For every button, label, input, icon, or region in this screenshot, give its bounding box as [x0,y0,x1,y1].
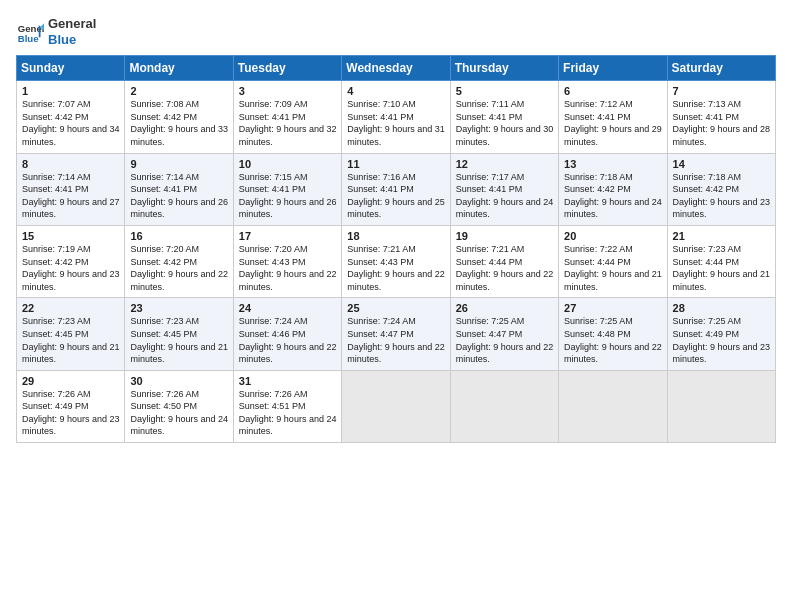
day-number: 20 [564,230,662,242]
day-info: Sunrise: 7:13 AMSunset: 4:41 PMDaylight:… [673,98,771,148]
day-number: 25 [347,302,445,314]
calendar-cell: 19Sunrise: 7:21 AMSunset: 4:44 PMDayligh… [450,225,558,297]
day-number: 29 [22,375,120,387]
day-info: Sunrise: 7:11 AMSunset: 4:41 PMDaylight:… [456,98,554,148]
day-number: 3 [239,85,337,97]
calendar-cell: 3Sunrise: 7:09 AMSunset: 4:41 PMDaylight… [233,81,341,153]
day-number: 22 [22,302,120,314]
calendar-cell: 24Sunrise: 7:24 AMSunset: 4:46 PMDayligh… [233,298,341,370]
day-info: Sunrise: 7:21 AMSunset: 4:44 PMDaylight:… [456,243,554,293]
day-number: 14 [673,158,771,170]
day-info: Sunrise: 7:16 AMSunset: 4:41 PMDaylight:… [347,171,445,221]
day-info: Sunrise: 7:23 AMSunset: 4:45 PMDaylight:… [130,315,228,365]
calendar-cell: 29Sunrise: 7:26 AMSunset: 4:49 PMDayligh… [17,370,125,442]
calendar-cell: 14Sunrise: 7:18 AMSunset: 4:42 PMDayligh… [667,153,775,225]
day-info: Sunrise: 7:09 AMSunset: 4:41 PMDaylight:… [239,98,337,148]
day-info: Sunrise: 7:24 AMSunset: 4:47 PMDaylight:… [347,315,445,365]
calendar-cell: 21Sunrise: 7:23 AMSunset: 4:44 PMDayligh… [667,225,775,297]
day-number: 13 [564,158,662,170]
day-number: 4 [347,85,445,97]
calendar-cell: 12Sunrise: 7:17 AMSunset: 4:41 PMDayligh… [450,153,558,225]
calendar-week-row: 15Sunrise: 7:19 AMSunset: 4:42 PMDayligh… [17,225,776,297]
day-info: Sunrise: 7:20 AMSunset: 4:43 PMDaylight:… [239,243,337,293]
day-info: Sunrise: 7:10 AMSunset: 4:41 PMDaylight:… [347,98,445,148]
day-number: 16 [130,230,228,242]
header: General Blue GeneralBlue [16,16,776,47]
day-number: 28 [673,302,771,314]
day-number: 1 [22,85,120,97]
col-header-saturday: Saturday [667,56,775,81]
day-number: 11 [347,158,445,170]
col-header-wednesday: Wednesday [342,56,450,81]
day-number: 23 [130,302,228,314]
day-info: Sunrise: 7:21 AMSunset: 4:43 PMDaylight:… [347,243,445,293]
day-number: 7 [673,85,771,97]
calendar-cell [559,370,667,442]
calendar-week-row: 29Sunrise: 7:26 AMSunset: 4:49 PMDayligh… [17,370,776,442]
day-number: 26 [456,302,554,314]
day-info: Sunrise: 7:22 AMSunset: 4:44 PMDaylight:… [564,243,662,293]
col-header-tuesday: Tuesday [233,56,341,81]
day-number: 24 [239,302,337,314]
calendar-header-row: SundayMondayTuesdayWednesdayThursdayFrid… [17,56,776,81]
calendar-cell [342,370,450,442]
calendar-cell: 16Sunrise: 7:20 AMSunset: 4:42 PMDayligh… [125,225,233,297]
calendar-cell: 26Sunrise: 7:25 AMSunset: 4:47 PMDayligh… [450,298,558,370]
calendar-week-row: 8Sunrise: 7:14 AMSunset: 4:41 PMDaylight… [17,153,776,225]
calendar-cell: 25Sunrise: 7:24 AMSunset: 4:47 PMDayligh… [342,298,450,370]
day-info: Sunrise: 7:08 AMSunset: 4:42 PMDaylight:… [130,98,228,148]
day-info: Sunrise: 7:25 AMSunset: 4:47 PMDaylight:… [456,315,554,365]
day-number: 17 [239,230,337,242]
day-number: 19 [456,230,554,242]
day-info: Sunrise: 7:19 AMSunset: 4:42 PMDaylight:… [22,243,120,293]
day-info: Sunrise: 7:25 AMSunset: 4:49 PMDaylight:… [673,315,771,365]
day-number: 27 [564,302,662,314]
day-info: Sunrise: 7:23 AMSunset: 4:44 PMDaylight:… [673,243,771,293]
calendar-cell: 1Sunrise: 7:07 AMSunset: 4:42 PMDaylight… [17,81,125,153]
day-info: Sunrise: 7:14 AMSunset: 4:41 PMDaylight:… [22,171,120,221]
calendar-cell: 6Sunrise: 7:12 AMSunset: 4:41 PMDaylight… [559,81,667,153]
logo-icon: General Blue [16,18,44,46]
col-header-friday: Friday [559,56,667,81]
calendar-cell: 4Sunrise: 7:10 AMSunset: 4:41 PMDaylight… [342,81,450,153]
calendar-week-row: 22Sunrise: 7:23 AMSunset: 4:45 PMDayligh… [17,298,776,370]
calendar-cell: 9Sunrise: 7:14 AMSunset: 4:41 PMDaylight… [125,153,233,225]
calendar-cell: 20Sunrise: 7:22 AMSunset: 4:44 PMDayligh… [559,225,667,297]
calendar-cell: 10Sunrise: 7:15 AMSunset: 4:41 PMDayligh… [233,153,341,225]
day-info: Sunrise: 7:26 AMSunset: 4:49 PMDaylight:… [22,388,120,438]
calendar-body: 1Sunrise: 7:07 AMSunset: 4:42 PMDaylight… [17,81,776,443]
day-number: 9 [130,158,228,170]
calendar-cell: 30Sunrise: 7:26 AMSunset: 4:50 PMDayligh… [125,370,233,442]
calendar-cell: 28Sunrise: 7:25 AMSunset: 4:49 PMDayligh… [667,298,775,370]
day-number: 18 [347,230,445,242]
calendar-cell: 7Sunrise: 7:13 AMSunset: 4:41 PMDaylight… [667,81,775,153]
calendar-cell: 22Sunrise: 7:23 AMSunset: 4:45 PMDayligh… [17,298,125,370]
day-number: 5 [456,85,554,97]
day-info: Sunrise: 7:18 AMSunset: 4:42 PMDaylight:… [564,171,662,221]
logo-text: GeneralBlue [48,16,96,47]
day-info: Sunrise: 7:17 AMSunset: 4:41 PMDaylight:… [456,171,554,221]
day-info: Sunrise: 7:14 AMSunset: 4:41 PMDaylight:… [130,171,228,221]
day-number: 6 [564,85,662,97]
day-info: Sunrise: 7:23 AMSunset: 4:45 PMDaylight:… [22,315,120,365]
calendar-cell: 13Sunrise: 7:18 AMSunset: 4:42 PMDayligh… [559,153,667,225]
calendar-cell: 17Sunrise: 7:20 AMSunset: 4:43 PMDayligh… [233,225,341,297]
col-header-monday: Monday [125,56,233,81]
day-info: Sunrise: 7:12 AMSunset: 4:41 PMDaylight:… [564,98,662,148]
calendar-cell: 2Sunrise: 7:08 AMSunset: 4:42 PMDaylight… [125,81,233,153]
calendar-cell: 18Sunrise: 7:21 AMSunset: 4:43 PMDayligh… [342,225,450,297]
calendar-cell: 11Sunrise: 7:16 AMSunset: 4:41 PMDayligh… [342,153,450,225]
day-number: 10 [239,158,337,170]
day-info: Sunrise: 7:07 AMSunset: 4:42 PMDaylight:… [22,98,120,148]
svg-text:Blue: Blue [18,32,39,43]
calendar-cell: 8Sunrise: 7:14 AMSunset: 4:41 PMDaylight… [17,153,125,225]
day-number: 12 [456,158,554,170]
calendar-table: SundayMondayTuesdayWednesdayThursdayFrid… [16,55,776,443]
day-info: Sunrise: 7:26 AMSunset: 4:50 PMDaylight:… [130,388,228,438]
day-number: 21 [673,230,771,242]
calendar-cell [450,370,558,442]
logo: General Blue GeneralBlue [16,16,96,47]
day-info: Sunrise: 7:20 AMSunset: 4:42 PMDaylight:… [130,243,228,293]
page-container: General Blue GeneralBlue SundayMondayTue… [0,0,792,451]
calendar-cell [667,370,775,442]
